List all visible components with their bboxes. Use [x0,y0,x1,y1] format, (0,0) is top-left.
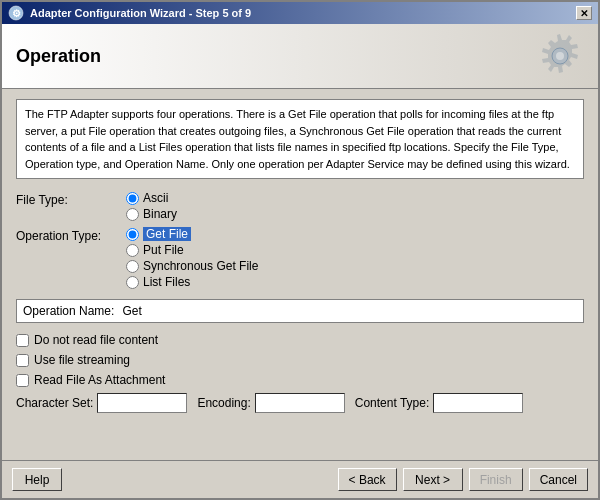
encoding-input[interactable] [255,393,345,413]
op-get-file: Get File [126,227,258,241]
next-button[interactable]: Next > [403,468,463,491]
no-read-content-row: Do not read file content [16,333,584,347]
wizard-window: ⚙ Adapter Configuration Wizard - Step 5 … [0,0,600,500]
sync-get-label: Synchronous Get File [143,259,258,273]
help-button[interactable]: Help [12,468,62,491]
svg-text:⚙: ⚙ [12,8,21,19]
put-file-label: Put File [143,243,184,257]
put-file-radio[interactable] [126,244,139,257]
op-list-files: List Files [126,275,258,289]
content-type-input[interactable] [433,393,523,413]
cancel-button[interactable]: Cancel [529,468,588,491]
content-type-label: Content Type: [355,396,430,410]
back-button[interactable]: < Back [338,468,397,491]
use-file-streaming-row: Use file streaming [16,353,584,367]
op-sync-get: Synchronous Get File [126,259,258,273]
gear-icon [536,32,584,80]
finish-button[interactable]: Finish [469,468,523,491]
title-bar-left: ⚙ Adapter Configuration Wizard - Step 5 … [8,5,251,21]
read-as-attachment-checkbox[interactable] [16,374,29,387]
file-type-binary: Binary [126,207,177,221]
window-title: Adapter Configuration Wizard - Step 5 of… [30,7,251,19]
list-files-label: List Files [143,275,190,289]
read-as-attachment-label: Read File As Attachment [34,373,165,387]
title-bar: ⚙ Adapter Configuration Wizard - Step 5 … [2,2,598,24]
file-type-label: File Type: [16,191,126,207]
footer: Help < Back Next > Finish Cancel [2,460,598,498]
op-put-file: Put File [126,243,258,257]
get-file-radio[interactable] [126,228,139,241]
bottom-fields-row: Character Set: Encoding: Content Type: [16,393,584,413]
operation-type-row: Operation Type: Get File Put File Synchr… [16,227,584,289]
operation-type-label: Operation Type: [16,227,126,243]
binary-label: Binary [143,207,177,221]
use-file-streaming-label: Use file streaming [34,353,130,367]
page-title: Operation [16,46,101,67]
footer-right: < Back Next > Finish Cancel [338,468,588,491]
file-type-ascii: Ascii [126,191,177,205]
list-files-radio[interactable] [126,276,139,289]
character-set-group: Character Set: [16,393,187,413]
binary-radio[interactable] [126,208,139,221]
operation-type-options: Get File Put File Synchronous Get File L… [126,227,258,289]
character-set-label: Character Set: [16,396,93,410]
ascii-label: Ascii [143,191,168,205]
file-type-row: File Type: Ascii Binary [16,191,584,221]
read-as-attachment-row: Read File As Attachment [16,373,584,387]
header-band: Operation [2,24,598,89]
encoding-label: Encoding: [197,396,250,410]
svg-point-3 [556,52,564,60]
sync-get-radio[interactable] [126,260,139,273]
encoding-group: Encoding: [197,393,344,413]
close-button[interactable]: ✕ [576,6,592,20]
footer-left: Help [12,468,62,491]
description-text: The FTP Adapter supports four operations… [16,99,584,179]
file-type-options: Ascii Binary [126,191,177,221]
operation-name-label: Operation Name: [23,304,114,318]
get-file-label: Get File [143,227,191,241]
no-read-content-label: Do not read file content [34,333,158,347]
ascii-radio[interactable] [126,192,139,205]
wizard-icon: ⚙ [8,5,24,21]
character-set-input[interactable] [97,393,187,413]
content-type-group: Content Type: [355,393,524,413]
operation-name-input[interactable] [122,304,577,318]
use-file-streaming-checkbox[interactable] [16,354,29,367]
no-read-content-checkbox[interactable] [16,334,29,347]
operation-name-row: Operation Name: [16,299,584,323]
main-body: The FTP Adapter supports four operations… [2,89,598,460]
